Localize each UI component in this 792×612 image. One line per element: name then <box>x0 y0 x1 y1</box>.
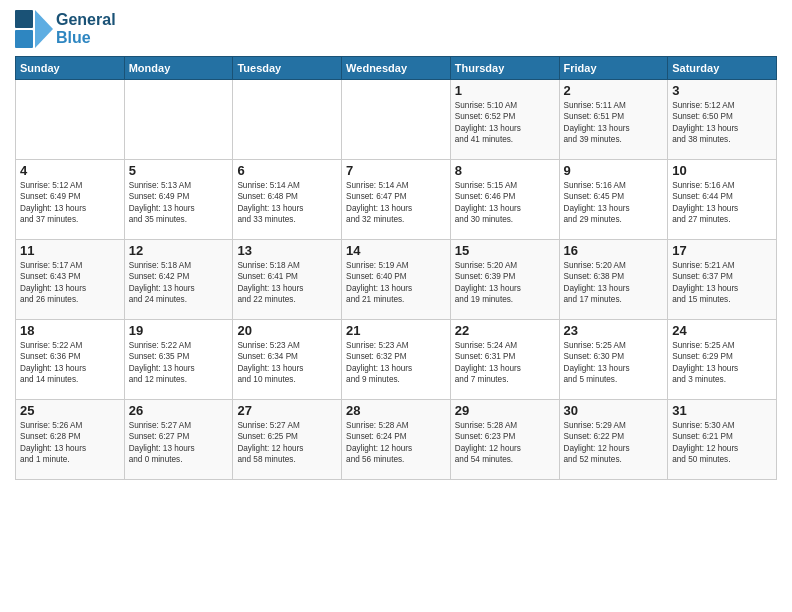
day-number: 6 <box>237 163 337 178</box>
col-header-tuesday: Tuesday <box>233 57 342 80</box>
day-info: Sunrise: 5:12 AM Sunset: 6:49 PM Dayligh… <box>20 180 120 226</box>
week-row-2: 4Sunrise: 5:12 AM Sunset: 6:49 PM Daylig… <box>16 160 777 240</box>
day-cell: 26Sunrise: 5:27 AM Sunset: 6:27 PM Dayli… <box>124 400 233 480</box>
day-cell <box>16 80 125 160</box>
day-cell: 10Sunrise: 5:16 AM Sunset: 6:44 PM Dayli… <box>668 160 777 240</box>
day-number: 26 <box>129 403 229 418</box>
day-number: 14 <box>346 243 446 258</box>
col-header-friday: Friday <box>559 57 668 80</box>
col-header-wednesday: Wednesday <box>342 57 451 80</box>
day-cell: 4Sunrise: 5:12 AM Sunset: 6:49 PM Daylig… <box>16 160 125 240</box>
day-info: Sunrise: 5:23 AM Sunset: 6:32 PM Dayligh… <box>346 340 446 386</box>
day-info: Sunrise: 5:16 AM Sunset: 6:44 PM Dayligh… <box>672 180 772 226</box>
day-info: Sunrise: 5:30 AM Sunset: 6:21 PM Dayligh… <box>672 420 772 466</box>
day-number: 11 <box>20 243 120 258</box>
col-header-thursday: Thursday <box>450 57 559 80</box>
day-info: Sunrise: 5:15 AM Sunset: 6:46 PM Dayligh… <box>455 180 555 226</box>
day-info: Sunrise: 5:16 AM Sunset: 6:45 PM Dayligh… <box>564 180 664 226</box>
svg-rect-1 <box>15 30 33 48</box>
day-cell: 31Sunrise: 5:30 AM Sunset: 6:21 PM Dayli… <box>668 400 777 480</box>
day-cell: 23Sunrise: 5:25 AM Sunset: 6:30 PM Dayli… <box>559 320 668 400</box>
day-number: 16 <box>564 243 664 258</box>
day-cell: 9Sunrise: 5:16 AM Sunset: 6:45 PM Daylig… <box>559 160 668 240</box>
day-number: 15 <box>455 243 555 258</box>
day-number: 29 <box>455 403 555 418</box>
day-number: 7 <box>346 163 446 178</box>
day-cell: 29Sunrise: 5:28 AM Sunset: 6:23 PM Dayli… <box>450 400 559 480</box>
day-cell: 19Sunrise: 5:22 AM Sunset: 6:35 PM Dayli… <box>124 320 233 400</box>
day-number: 24 <box>672 323 772 338</box>
day-info: Sunrise: 5:29 AM Sunset: 6:22 PM Dayligh… <box>564 420 664 466</box>
day-number: 23 <box>564 323 664 338</box>
day-cell: 8Sunrise: 5:15 AM Sunset: 6:46 PM Daylig… <box>450 160 559 240</box>
day-number: 17 <box>672 243 772 258</box>
header: General Blue <box>15 10 777 48</box>
day-cell: 21Sunrise: 5:23 AM Sunset: 6:32 PM Dayli… <box>342 320 451 400</box>
day-info: Sunrise: 5:27 AM Sunset: 6:27 PM Dayligh… <box>129 420 229 466</box>
day-number: 10 <box>672 163 772 178</box>
day-cell: 30Sunrise: 5:29 AM Sunset: 6:22 PM Dayli… <box>559 400 668 480</box>
day-number: 5 <box>129 163 229 178</box>
day-cell: 20Sunrise: 5:23 AM Sunset: 6:34 PM Dayli… <box>233 320 342 400</box>
day-cell: 18Sunrise: 5:22 AM Sunset: 6:36 PM Dayli… <box>16 320 125 400</box>
day-cell: 24Sunrise: 5:25 AM Sunset: 6:29 PM Dayli… <box>668 320 777 400</box>
logo-line1: General <box>56 11 116 29</box>
day-info: Sunrise: 5:20 AM Sunset: 6:38 PM Dayligh… <box>564 260 664 306</box>
day-info: Sunrise: 5:28 AM Sunset: 6:23 PM Dayligh… <box>455 420 555 466</box>
logo-line2: Blue <box>56 29 116 47</box>
day-info: Sunrise: 5:20 AM Sunset: 6:39 PM Dayligh… <box>455 260 555 306</box>
day-cell <box>342 80 451 160</box>
day-cell: 28Sunrise: 5:28 AM Sunset: 6:24 PM Dayli… <box>342 400 451 480</box>
day-number: 25 <box>20 403 120 418</box>
day-cell: 15Sunrise: 5:20 AM Sunset: 6:39 PM Dayli… <box>450 240 559 320</box>
day-cell: 3Sunrise: 5:12 AM Sunset: 6:50 PM Daylig… <box>668 80 777 160</box>
day-info: Sunrise: 5:28 AM Sunset: 6:24 PM Dayligh… <box>346 420 446 466</box>
day-info: Sunrise: 5:22 AM Sunset: 6:35 PM Dayligh… <box>129 340 229 386</box>
day-info: Sunrise: 5:14 AM Sunset: 6:47 PM Dayligh… <box>346 180 446 226</box>
day-info: Sunrise: 5:26 AM Sunset: 6:28 PM Dayligh… <box>20 420 120 466</box>
day-number: 28 <box>346 403 446 418</box>
day-info: Sunrise: 5:18 AM Sunset: 6:41 PM Dayligh… <box>237 260 337 306</box>
week-row-1: 1Sunrise: 5:10 AM Sunset: 6:52 PM Daylig… <box>16 80 777 160</box>
day-cell: 25Sunrise: 5:26 AM Sunset: 6:28 PM Dayli… <box>16 400 125 480</box>
day-cell: 1Sunrise: 5:10 AM Sunset: 6:52 PM Daylig… <box>450 80 559 160</box>
svg-marker-2 <box>35 10 53 48</box>
day-number: 13 <box>237 243 337 258</box>
day-cell: 7Sunrise: 5:14 AM Sunset: 6:47 PM Daylig… <box>342 160 451 240</box>
day-cell: 11Sunrise: 5:17 AM Sunset: 6:43 PM Dayli… <box>16 240 125 320</box>
day-cell: 16Sunrise: 5:20 AM Sunset: 6:38 PM Dayli… <box>559 240 668 320</box>
logo-graphic <box>15 10 53 48</box>
day-cell: 27Sunrise: 5:27 AM Sunset: 6:25 PM Dayli… <box>233 400 342 480</box>
day-cell <box>124 80 233 160</box>
day-info: Sunrise: 5:19 AM Sunset: 6:40 PM Dayligh… <box>346 260 446 306</box>
day-number: 18 <box>20 323 120 338</box>
logo: General Blue <box>15 10 116 48</box>
page-container: General Blue SundayMondayTuesdayWednesda… <box>0 0 792 490</box>
day-info: Sunrise: 5:11 AM Sunset: 6:51 PM Dayligh… <box>564 100 664 146</box>
day-number: 9 <box>564 163 664 178</box>
day-info: Sunrise: 5:25 AM Sunset: 6:30 PM Dayligh… <box>564 340 664 386</box>
col-header-sunday: Sunday <box>16 57 125 80</box>
day-number: 20 <box>237 323 337 338</box>
day-number: 8 <box>455 163 555 178</box>
day-info: Sunrise: 5:17 AM Sunset: 6:43 PM Dayligh… <box>20 260 120 306</box>
calendar-table: SundayMondayTuesdayWednesdayThursdayFrid… <box>15 56 777 480</box>
day-info: Sunrise: 5:14 AM Sunset: 6:48 PM Dayligh… <box>237 180 337 226</box>
day-info: Sunrise: 5:10 AM Sunset: 6:52 PM Dayligh… <box>455 100 555 146</box>
day-info: Sunrise: 5:21 AM Sunset: 6:37 PM Dayligh… <box>672 260 772 306</box>
day-cell: 14Sunrise: 5:19 AM Sunset: 6:40 PM Dayli… <box>342 240 451 320</box>
day-cell: 22Sunrise: 5:24 AM Sunset: 6:31 PM Dayli… <box>450 320 559 400</box>
day-number: 4 <box>20 163 120 178</box>
day-number: 21 <box>346 323 446 338</box>
day-number: 27 <box>237 403 337 418</box>
calendar-header-row: SundayMondayTuesdayWednesdayThursdayFrid… <box>16 57 777 80</box>
svg-rect-0 <box>15 10 33 28</box>
day-cell: 2Sunrise: 5:11 AM Sunset: 6:51 PM Daylig… <box>559 80 668 160</box>
week-row-4: 18Sunrise: 5:22 AM Sunset: 6:36 PM Dayli… <box>16 320 777 400</box>
day-number: 30 <box>564 403 664 418</box>
day-info: Sunrise: 5:24 AM Sunset: 6:31 PM Dayligh… <box>455 340 555 386</box>
day-cell <box>233 80 342 160</box>
day-info: Sunrise: 5:22 AM Sunset: 6:36 PM Dayligh… <box>20 340 120 386</box>
day-info: Sunrise: 5:25 AM Sunset: 6:29 PM Dayligh… <box>672 340 772 386</box>
day-number: 3 <box>672 83 772 98</box>
